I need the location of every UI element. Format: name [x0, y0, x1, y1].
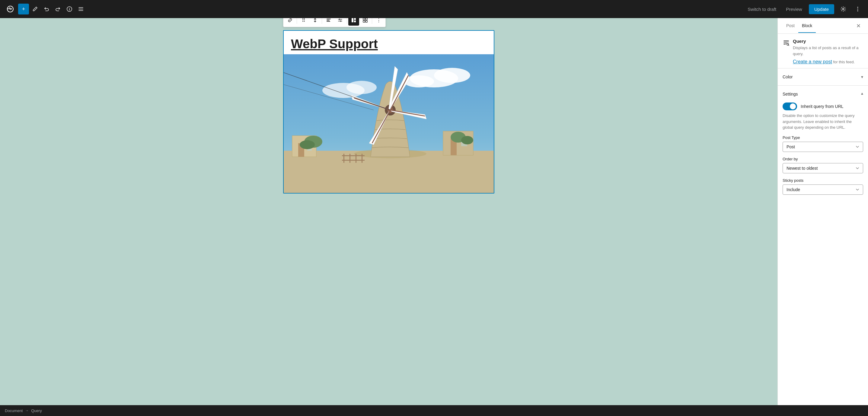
- editor-area: ⠿: [0, 18, 777, 405]
- inherit-query-toggle[interactable]: [783, 103, 797, 110]
- create-suffix: for this feed.: [832, 60, 855, 64]
- order-by-select[interactable]: Newest to oldest: [783, 163, 863, 173]
- top-bar-right: Switch to draft Preview Update: [745, 4, 863, 14]
- separator: [372, 18, 372, 24]
- block-align-button[interactable]: [323, 18, 334, 26]
- top-toolbar: +: [0, 0, 868, 18]
- settings-button[interactable]: [838, 4, 849, 14]
- more-options-button[interactable]: [852, 4, 863, 14]
- create-new-post-link[interactable]: Create a new post: [793, 59, 832, 64]
- block-settings-button[interactable]: [335, 18, 346, 26]
- svg-rect-12: [363, 18, 365, 20]
- svg-point-18: [434, 68, 470, 83]
- edit-tool-button[interactable]: [30, 4, 40, 14]
- query-icon: [783, 39, 790, 48]
- svg-point-4: [858, 9, 858, 10]
- main-layout: ⠿: [0, 18, 868, 405]
- block-move-button[interactable]: [310, 18, 320, 26]
- update-button[interactable]: Update: [809, 4, 834, 14]
- query-title: Query: [793, 39, 863, 44]
- separator: [347, 18, 347, 24]
- svg-point-41: [300, 140, 315, 149]
- color-label: Color: [783, 74, 793, 79]
- svg-rect-15: [366, 21, 367, 22]
- svg-rect-46: [355, 154, 356, 163]
- svg-point-5: [858, 10, 858, 11]
- settings-section: Settings ▾ Inherit query from URL Disabl…: [783, 85, 863, 207]
- tools-button[interactable]: [75, 4, 86, 14]
- redo-button[interactable]: [53, 4, 63, 14]
- breadcrumb-query: Query: [31, 409, 42, 413]
- info-button[interactable]: [64, 4, 75, 14]
- sidebar-close-button[interactable]: ✕: [854, 21, 863, 31]
- settings-content: Inherit query from URL Disable the optio…: [783, 99, 863, 203]
- svg-rect-45: [349, 154, 350, 163]
- color-section: Color ▾: [783, 68, 863, 85]
- wp-logo[interactable]: [5, 4, 16, 14]
- query-section: Query Displays a list of posts as a resu…: [783, 39, 863, 65]
- block-toolbar: ⠿: [283, 18, 386, 27]
- post-image: [284, 54, 494, 193]
- svg-rect-10: [354, 18, 356, 20]
- block-wrapper: ⠿: [283, 30, 494, 194]
- svg-rect-44: [343, 154, 344, 163]
- post-type-select[interactable]: Post: [783, 142, 863, 152]
- color-chevron: ▾: [861, 74, 863, 79]
- block-drag-button[interactable]: ⠿: [298, 18, 309, 26]
- inherit-query-label: Inherit query from URL: [801, 104, 843, 109]
- status-bar: Document → Query: [0, 405, 868, 416]
- svg-point-3: [858, 7, 858, 8]
- separator: [322, 18, 322, 24]
- breadcrumb: Document → Query: [5, 409, 42, 413]
- svg-point-2: [843, 8, 844, 10]
- inherit-query-toggle-row: Inherit query from URL: [783, 103, 863, 110]
- block-list-view-button[interactable]: [348, 18, 359, 26]
- svg-rect-48: [342, 155, 365, 156]
- post-block: WebP Support: [283, 30, 494, 194]
- sidebar-tabs: Post Block ✕: [778, 18, 868, 34]
- separator: [297, 18, 297, 24]
- svg-rect-13: [366, 18, 367, 20]
- editor-tools: +: [18, 4, 745, 14]
- color-section-header[interactable]: Color ▾: [783, 72, 863, 82]
- svg-point-21: [346, 81, 377, 94]
- undo-button[interactable]: [41, 4, 52, 14]
- svg-point-43: [461, 136, 473, 144]
- tab-post[interactable]: Post: [783, 19, 798, 33]
- sticky-posts-label: Sticky posts: [783, 178, 863, 183]
- block-more-button[interactable]: ⋮: [373, 18, 384, 26]
- create-link-row: Create a new post for this feed.: [793, 59, 863, 65]
- inherit-query-description: Disable the option to customize the quer…: [783, 113, 863, 131]
- svg-rect-11: [354, 21, 356, 22]
- breadcrumb-document[interactable]: Document: [5, 409, 23, 413]
- sticky-posts-select[interactable]: Include: [783, 184, 863, 195]
- settings-section-header[interactable]: Settings ▾: [783, 89, 863, 99]
- post-title[interactable]: WebP Support: [284, 31, 494, 54]
- tab-block[interactable]: Block: [798, 19, 816, 33]
- svg-rect-47: [362, 154, 363, 163]
- svg-rect-6: [327, 19, 331, 19]
- post-type-label: Post Type: [783, 135, 863, 140]
- settings-label: Settings: [783, 92, 798, 97]
- right-sidebar: Post Block ✕ Query Displays a list of po…: [777, 18, 868, 405]
- query-description: Displays a list of posts as a result of …: [793, 45, 863, 57]
- preview-button[interactable]: Preview: [783, 5, 805, 13]
- block-grid-button[interactable]: [360, 18, 371, 26]
- switch-to-draft-button[interactable]: Switch to draft: [745, 5, 779, 13]
- svg-rect-49: [342, 160, 365, 161]
- svg-rect-14: [363, 21, 365, 22]
- block-link-button[interactable]: [285, 18, 296, 26]
- breadcrumb-arrow: →: [25, 409, 29, 413]
- svg-rect-9: [351, 18, 353, 22]
- add-block-button[interactable]: +: [18, 4, 29, 14]
- svg-rect-7: [327, 20, 330, 21]
- toggle-knob: [790, 103, 796, 109]
- sidebar-content: Query Displays a list of posts as a resu…: [778, 34, 868, 405]
- settings-chevron: ▾: [861, 92, 863, 97]
- order-by-label: Order by: [783, 157, 863, 161]
- query-info: Query Displays a list of posts as a resu…: [793, 39, 863, 65]
- svg-rect-8: [327, 21, 330, 22]
